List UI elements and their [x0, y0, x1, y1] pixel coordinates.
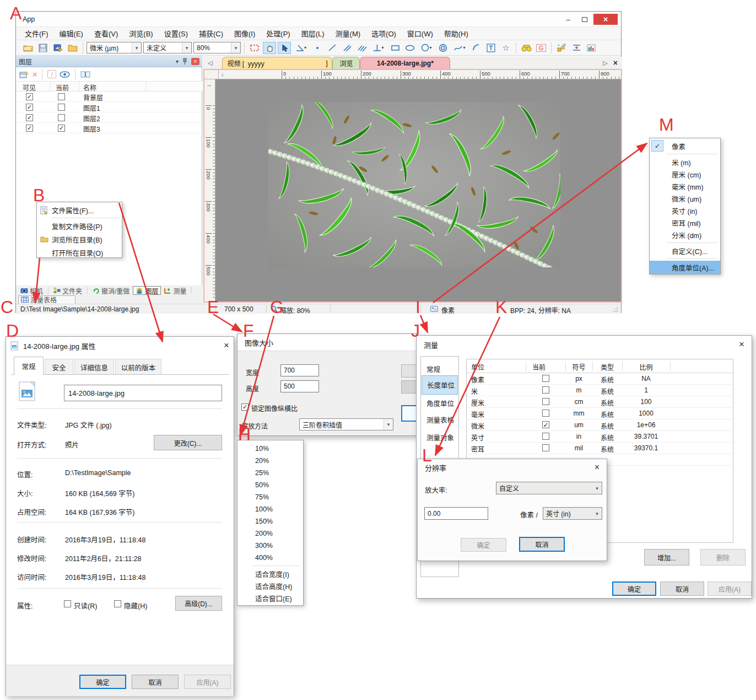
line-tool-button[interactable]	[326, 42, 339, 54]
unit-option-centimeter[interactable]: 厘米 (cm)	[650, 168, 720, 180]
menu-help[interactable]: 帮助(H)	[439, 27, 474, 40]
visible-checkbox[interactable]: ✓	[26, 114, 33, 121]
merge-button[interactable]	[570, 42, 583, 54]
menu-window[interactable]: 窗口(W)	[402, 27, 439, 40]
unit-option-mil[interactable]: 密耳 (mil)	[650, 217, 720, 229]
filename-input[interactable]: 14-2008-large.jpg	[64, 385, 222, 401]
point-tool-button[interactable]	[311, 42, 324, 54]
ok-button[interactable]: 确定	[79, 675, 126, 689]
unit-option-micron[interactable]: 微米 (um)	[650, 192, 720, 204]
calibrate-button[interactable]	[555, 42, 568, 54]
resolution-value-input[interactable]: 0.00	[424, 507, 488, 520]
unit-row[interactable]: 密耳mil系统39370.1	[467, 443, 733, 454]
unit-option-inch[interactable]: 英寸 (in)	[650, 204, 720, 217]
zoom-combobox[interactable]: 80%▾	[193, 42, 241, 53]
layer-row[interactable]: ✓ 图层1	[16, 102, 202, 112]
menu-file[interactable]: 文件(F)	[19, 27, 54, 40]
tab-details[interactable]: 详细信息	[74, 359, 114, 375]
close-icon[interactable]: ×	[595, 462, 600, 472]
menu-layer[interactable]: 图层(L)	[296, 27, 330, 40]
calibration-combobox[interactable]: 未定义▾	[143, 42, 192, 53]
angle-units-option[interactable]: 角度单位(A)...	[650, 261, 720, 274]
layer-row[interactable]: ✓ 背景层	[16, 91, 202, 102]
tab-close-icon[interactable]: ×	[613, 58, 618, 67]
maximize-button[interactable]	[577, 14, 592, 25]
nav-length-units[interactable]: 长度单位	[422, 375, 458, 395]
tab-browse[interactable]: 浏览	[332, 57, 360, 69]
close-icon[interactable]: ×	[224, 340, 229, 351]
current-checkbox[interactable]	[542, 410, 549, 417]
unit-option-custom[interactable]: 自定义(C)...	[650, 245, 720, 257]
readonly-checkbox[interactable]	[64, 600, 71, 607]
menu-edit[interactable]: 编辑(E)	[54, 27, 89, 40]
dialog-title-bar[interactable]: 图像大小	[237, 334, 416, 351]
zoom-option[interactable]: 20%	[237, 455, 303, 467]
change-button[interactable]: 更改(C)...	[154, 435, 222, 450]
pan-tool-button[interactable]	[263, 42, 276, 54]
panel-menu-icon[interactable]: ▾	[176, 58, 179, 64]
save-button[interactable]	[36, 42, 50, 54]
unit-row[interactable]: 毫米mm系统1000	[467, 408, 733, 419]
arc-tool-button[interactable]	[469, 42, 483, 54]
current-checkbox[interactable]: ✓	[58, 125, 65, 132]
nav-measure-objects[interactable]: 测量对象	[422, 428, 459, 446]
tab-image-active[interactable]: 14-2008-large.jpg*	[360, 57, 450, 69]
tab-general[interactable]: 常规	[14, 357, 44, 375]
zoom-option[interactable]: 100%	[237, 503, 303, 515]
close-icon[interactable]: ×	[739, 339, 744, 350]
menu-options[interactable]: 选项(O)	[366, 27, 402, 40]
nav-measure-table[interactable]: 测量表格	[422, 411, 459, 429]
search-button[interactable]	[520, 42, 533, 54]
tab-security[interactable]: 安全	[45, 359, 73, 375]
rename-layer-icon[interactable]	[80, 71, 90, 78]
marquee-tool-button[interactable]	[248, 42, 261, 54]
nav-angle-units[interactable]: 角度单位	[422, 394, 459, 412]
tab-camera[interactable]: 相机	[18, 286, 45, 295]
zoom-option[interactable]: 10%	[237, 443, 303, 455]
cancel-button[interactable]: 取消	[660, 581, 704, 596]
note-icon[interactable]: /	[47, 70, 56, 78]
unit-option-millimeter[interactable]: 毫米 (mm)	[650, 180, 720, 192]
method-combobox[interactable]: 三阶卷积插值▾	[299, 418, 393, 430]
dialog-title-bar[interactable]: 14-2008-large.jpg 属性 ×	[6, 337, 234, 354]
tab-scroll-right-icon[interactable]: ▷	[603, 60, 607, 67]
parallel-tool-button[interactable]	[341, 42, 354, 54]
visible-checkbox[interactable]: ✓	[26, 93, 33, 100]
fit-window-option[interactable]: 适合窗口(E)	[237, 592, 303, 604]
context-item-open-dir[interactable]: 打开所在目录(O)	[37, 246, 122, 259]
menu-process[interactable]: 处理(P)	[261, 27, 295, 40]
circle-tool-button[interactable]: ▾	[418, 42, 435, 54]
tab-folders[interactable]: 文件夹	[51, 286, 84, 295]
height-input[interactable]: 500	[280, 380, 319, 392]
apply-button[interactable]: 应用(A)	[708, 581, 752, 596]
layer-row[interactable]: ✓ ✓ 图层3	[16, 123, 202, 133]
zoom-option[interactable]: 150%	[237, 515, 303, 527]
unit-row[interactable]: 像素px系统NA	[467, 373, 733, 385]
lock-aspect-checkbox[interactable]: ✓	[241, 403, 249, 411]
unit-option-pixel[interactable]: ✓ 像素	[650, 140, 720, 152]
histogram-button[interactable]	[585, 42, 598, 54]
open-image-button[interactable]	[21, 42, 35, 54]
cancel-button[interactable]: 取消	[132, 675, 179, 689]
concentric-tool-button[interactable]	[436, 42, 450, 54]
fit-width-option[interactable]: 适合宽度(I)	[237, 568, 303, 580]
visible-checkbox[interactable]: ✓	[26, 125, 33, 132]
current-checkbox[interactable]	[58, 114, 65, 121]
current-checkbox[interactable]	[58, 93, 65, 100]
current-checkbox[interactable]	[542, 386, 549, 394]
title-bar[interactable]: App – ×	[16, 12, 621, 27]
curve-tool-button[interactable]: ▾	[451, 42, 468, 54]
cancel-button[interactable]: 取消	[519, 537, 565, 552]
current-checkbox[interactable]	[542, 433, 549, 440]
resize-grip[interactable]	[613, 307, 618, 313]
menu-settings[interactable]: 设置(S)	[159, 27, 193, 40]
current-checkbox[interactable]	[542, 375, 549, 382]
tab-measure-table[interactable]: 测量表格	[18, 295, 75, 304]
tab-scroll-left-icon[interactable]: ◁	[208, 60, 212, 67]
unit-row[interactable]: 英寸in系统39.3701	[467, 431, 733, 443]
resolution-unit-combobox[interactable]: 英寸 (in)▾	[543, 507, 602, 520]
add-layer-icon[interactable]	[19, 70, 29, 79]
add-unit-button[interactable]: 增加...	[644, 549, 689, 566]
gamma-button[interactable]: G	[534, 42, 548, 54]
close-button[interactable]: ×	[593, 14, 618, 25]
